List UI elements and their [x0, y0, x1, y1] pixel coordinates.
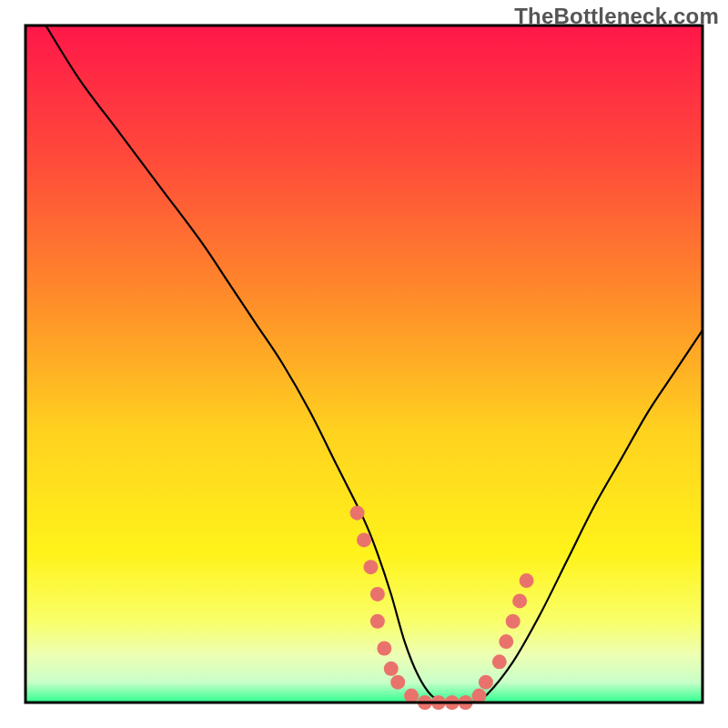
data-point [370, 614, 385, 629]
data-point [363, 560, 378, 574]
data-point [520, 573, 534, 588]
data-point [499, 634, 513, 649]
data-point [357, 532, 371, 547]
data-point [370, 587, 385, 602]
data-point [377, 641, 391, 655]
data-point [404, 689, 419, 703]
data-point [471, 689, 486, 703]
chart-frame: TheBottleneck.com [0, 0, 728, 728]
data-point [512, 593, 527, 608]
data-point [479, 675, 493, 690]
data-point [384, 662, 399, 676]
data-point [350, 506, 365, 521]
data-point [506, 614, 521, 629]
plot-background [25, 25, 703, 703]
data-point [390, 675, 405, 690]
bottleneck-chart [0, 0, 728, 728]
data-point [492, 654, 507, 669]
watermark-text: TheBottleneck.com [514, 4, 719, 29]
